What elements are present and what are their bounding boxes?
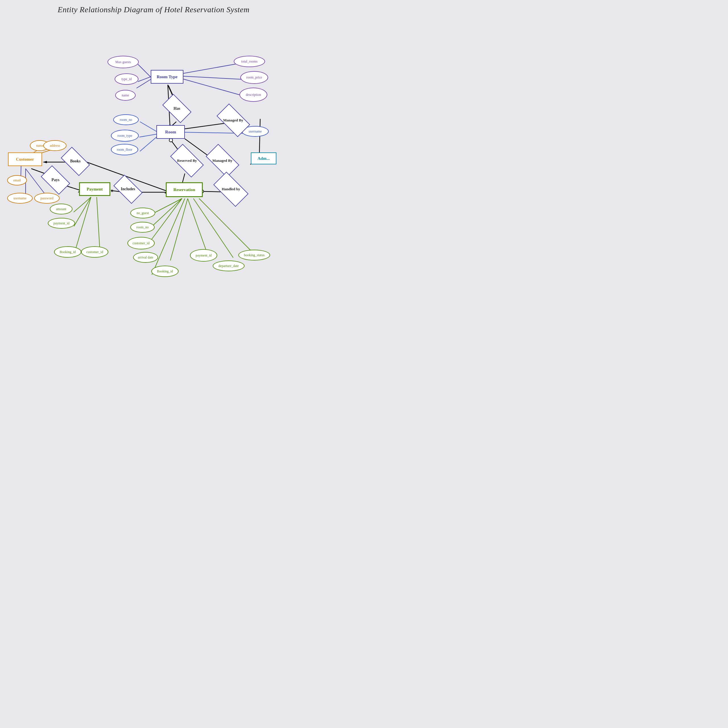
svg-line-11 — [140, 122, 158, 132]
entity-reservation: Reservation — [166, 182, 203, 197]
diamond-reserved-by: Reserved By — [168, 150, 206, 172]
attr-room-price: room_price — [240, 71, 268, 84]
attr-address: address — [43, 140, 67, 151]
diamond-handled-by: Handled by — [211, 178, 251, 200]
diamond-has: Has — [160, 98, 194, 119]
svg-line-55 — [170, 199, 188, 260]
svg-line-45 — [74, 197, 91, 226]
svg-line-1 — [138, 76, 152, 82]
attr-username-cust: username — [7, 193, 33, 203]
svg-line-46 — [74, 197, 91, 255]
svg-line-12 — [139, 134, 158, 137]
svg-line-0 — [138, 64, 152, 78]
attr-arrival-date: arrival date — [133, 252, 158, 263]
attr-room-no: room_no — [113, 114, 139, 125]
diamond-managed-by-top: Managed By — [213, 109, 253, 132]
attr-departure-date: departure_date — [213, 260, 245, 271]
svg-line-44 — [73, 197, 91, 212]
attr-name-rt: name — [115, 90, 136, 101]
svg-marker-24 — [43, 161, 47, 163]
attr-booking-id-pay: Booking_id — [54, 246, 81, 258]
svg-line-53 — [193, 199, 233, 258]
page-title: Entity Relationship Diagram of Hotel Res… — [0, 0, 307, 17]
attr-booking-status: booking_status — [238, 250, 270, 260]
attr-max-guests: Max guests — [107, 56, 139, 68]
attr-password: password — [34, 193, 60, 203]
svg-line-19 — [259, 119, 260, 154]
entity-admin: Adm... — [251, 153, 277, 164]
attr-type-id: type_id — [115, 73, 139, 85]
entity-room-type: Room Type — [151, 70, 184, 84]
diamond-pays: Pays — [40, 170, 71, 190]
attr-no-guest: no_guest — [130, 208, 155, 219]
svg-line-51 — [152, 199, 185, 275]
attr-room-no-res: room_no — [130, 222, 155, 232]
erd-diagram: Customer Room Type Room Reservation Paym… — [0, 17, 307, 307]
attr-payment-id-res: payment_id — [190, 249, 217, 262]
attr-amount: amount — [50, 203, 72, 214]
entity-customer: Customer — [8, 153, 42, 166]
svg-point-18 — [169, 139, 173, 142]
diamond-managed-by-bot: Managed By — [202, 150, 242, 172]
svg-line-54 — [199, 199, 258, 258]
entity-payment: Payment — [79, 182, 110, 196]
attr-room-type: room_type — [111, 130, 139, 142]
attr-customer-id-res: customer_id — [127, 237, 155, 249]
attr-email: email — [7, 175, 27, 185]
attr-payment-id-pay: payment_id — [48, 218, 75, 229]
svg-line-52 — [188, 199, 209, 258]
attr-description: description — [239, 87, 267, 102]
svg-line-2 — [136, 78, 152, 88]
svg-line-5 — [184, 79, 241, 95]
svg-line-13 — [140, 136, 158, 151]
attr-total-rooms: total_rooms — [234, 56, 265, 67]
entity-room: Room — [156, 125, 185, 139]
diamond-books: Books — [58, 150, 92, 172]
svg-line-4 — [184, 76, 242, 80]
attr-customer-id-pay: customer_id — [81, 246, 109, 258]
attr-booking-id-res: Booking_id — [151, 266, 179, 277]
diamond-includes: Includes — [111, 178, 145, 200]
svg-line-3 — [184, 64, 236, 73]
attr-room-floor: room_floor — [111, 144, 138, 155]
